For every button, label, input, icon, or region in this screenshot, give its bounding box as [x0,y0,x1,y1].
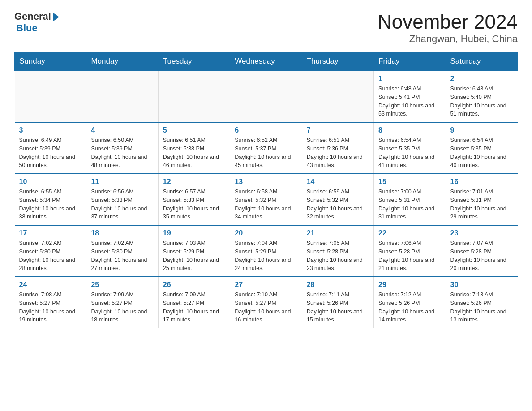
day-info: Sunrise: 6:54 AMSunset: 5:35 PMDaylight:… [450,136,513,170]
calendar-day-cell: 14Sunrise: 6:59 AMSunset: 5:32 PMDayligh… [302,174,373,225]
day-info: Sunrise: 6:48 AMSunset: 5:41 PMDaylight:… [378,85,441,118]
day-info: Sunrise: 6:53 AMSunset: 5:36 PMDaylight:… [307,136,369,170]
logo-blue-text: Blue [16,22,38,34]
calendar-week-row: 10Sunrise: 6:55 AMSunset: 5:34 PMDayligh… [15,174,518,225]
calendar-day-cell: 25Sunrise: 7:09 AMSunset: 5:27 PMDayligh… [86,277,158,328]
day-number: 22 [378,229,441,237]
title-block: November 2024 Zhangwan, Hubei, China [378,11,518,45]
calendar-day-cell: 30Sunrise: 7:13 AMSunset: 5:26 PMDayligh… [446,277,517,328]
calendar-day-cell: 29Sunrise: 7:12 AMSunset: 5:26 PMDayligh… [374,277,446,328]
calendar-day-cell [86,71,158,122]
day-info: Sunrise: 6:51 AMSunset: 5:38 PMDaylight:… [163,136,225,170]
day-number: 8 [378,126,441,134]
day-info: Sunrise: 7:09 AMSunset: 5:27 PMDaylight:… [163,291,225,324]
calendar-day-cell [15,71,86,122]
day-info: Sunrise: 6:54 AMSunset: 5:35 PMDaylight:… [378,136,441,170]
calendar-day-cell [158,71,230,122]
day-number: 14 [307,178,369,186]
logo-arrow-icon [53,13,59,21]
calendar-day-cell: 1Sunrise: 6:48 AMSunset: 5:41 PMDaylight… [374,71,446,122]
day-number: 13 [235,178,297,186]
day-info: Sunrise: 7:09 AMSunset: 5:27 PMDaylight:… [91,291,153,324]
calendar-day-cell: 19Sunrise: 7:03 AMSunset: 5:29 PMDayligh… [158,225,230,277]
day-of-week-header: Monday [86,52,158,71]
day-info: Sunrise: 7:13 AMSunset: 5:26 PMDaylight:… [450,291,513,324]
day-of-week-header: Saturday [446,52,517,71]
day-info: Sunrise: 6:49 AMSunset: 5:39 PMDaylight:… [19,136,82,170]
day-info: Sunrise: 6:55 AMSunset: 5:34 PMDaylight:… [19,188,82,221]
calendar-day-cell: 28Sunrise: 7:11 AMSunset: 5:26 PMDayligh… [302,277,373,328]
calendar-day-cell [230,71,302,122]
calendar-day-cell: 2Sunrise: 6:48 AMSunset: 5:40 PMDaylight… [446,71,517,122]
calendar-day-cell: 10Sunrise: 6:55 AMSunset: 5:34 PMDayligh… [15,174,86,225]
calendar-day-cell: 13Sunrise: 6:58 AMSunset: 5:32 PMDayligh… [230,174,302,225]
day-number: 1 [378,75,441,83]
day-info: Sunrise: 6:57 AMSunset: 5:33 PMDaylight:… [163,188,225,221]
day-info: Sunrise: 7:08 AMSunset: 5:27 PMDaylight:… [19,291,82,324]
calendar-week-row: 24Sunrise: 7:08 AMSunset: 5:27 PMDayligh… [15,277,518,328]
calendar-week-row: 17Sunrise: 7:02 AMSunset: 5:30 PMDayligh… [15,225,518,277]
calendar-subtitle: Zhangwan, Hubei, China [378,33,518,45]
calendar-title: November 2024 [378,11,518,33]
day-of-week-header: Tuesday [158,52,230,71]
day-number: 19 [163,229,225,237]
day-info: Sunrise: 6:59 AMSunset: 5:32 PMDaylight:… [307,188,369,221]
day-info: Sunrise: 7:12 AMSunset: 5:26 PMDaylight:… [378,291,441,324]
calendar-day-cell: 23Sunrise: 7:07 AMSunset: 5:28 PMDayligh… [446,225,517,277]
day-number: 18 [91,229,153,237]
day-number: 4 [91,126,153,134]
calendar-day-cell: 12Sunrise: 6:57 AMSunset: 5:33 PMDayligh… [158,174,230,225]
day-info: Sunrise: 7:00 AMSunset: 5:31 PMDaylight:… [378,188,441,221]
day-number: 11 [91,178,153,186]
calendar-day-cell: 6Sunrise: 6:52 AMSunset: 5:37 PMDaylight… [230,122,302,174]
calendar-day-cell: 15Sunrise: 7:00 AMSunset: 5:31 PMDayligh… [374,174,446,225]
day-info: Sunrise: 7:05 AMSunset: 5:28 PMDaylight:… [307,239,369,273]
calendar-table: SundayMondayTuesdayWednesdayThursdayFrid… [14,52,518,328]
calendar-week-row: 3Sunrise: 6:49 AMSunset: 5:39 PMDaylight… [15,122,518,174]
calendar-day-cell: 9Sunrise: 6:54 AMSunset: 5:35 PMDaylight… [446,122,517,174]
day-number: 12 [163,178,225,186]
calendar-day-cell: 4Sunrise: 6:50 AMSunset: 5:39 PMDaylight… [86,122,158,174]
calendar-day-cell: 8Sunrise: 6:54 AMSunset: 5:35 PMDaylight… [374,122,446,174]
day-info: Sunrise: 6:48 AMSunset: 5:40 PMDaylight:… [450,85,513,118]
calendar-day-cell: 22Sunrise: 7:06 AMSunset: 5:28 PMDayligh… [374,225,446,277]
day-info: Sunrise: 7:06 AMSunset: 5:28 PMDaylight:… [378,239,441,273]
day-number: 20 [235,229,297,237]
day-number: 6 [235,126,297,134]
day-of-week-header: Friday [374,52,446,71]
day-number: 2 [450,75,513,83]
calendar-day-cell: 21Sunrise: 7:05 AMSunset: 5:28 PMDayligh… [302,225,373,277]
day-info: Sunrise: 7:07 AMSunset: 5:28 PMDaylight:… [450,239,513,273]
calendar-day-cell: 7Sunrise: 6:53 AMSunset: 5:36 PMDaylight… [302,122,373,174]
day-number: 25 [91,281,153,289]
day-info: Sunrise: 6:56 AMSunset: 5:33 PMDaylight:… [91,188,153,221]
calendar-day-cell: 5Sunrise: 6:51 AMSunset: 5:38 PMDaylight… [158,122,230,174]
calendar-week-row: 1Sunrise: 6:48 AMSunset: 5:41 PMDaylight… [15,71,518,122]
day-info: Sunrise: 7:01 AMSunset: 5:31 PMDaylight:… [450,188,513,221]
page-header: General Blue November 2024 Zhangwan, Hub… [14,11,518,45]
calendar-day-cell: 3Sunrise: 6:49 AMSunset: 5:39 PMDaylight… [15,122,86,174]
day-number: 28 [307,281,369,289]
day-number: 17 [19,229,82,237]
day-info: Sunrise: 7:02 AMSunset: 5:30 PMDaylight:… [91,239,153,273]
calendar-day-cell: 18Sunrise: 7:02 AMSunset: 5:30 PMDayligh… [86,225,158,277]
calendar-day-cell: 27Sunrise: 7:10 AMSunset: 5:27 PMDayligh… [230,277,302,328]
calendar-day-cell: 26Sunrise: 7:09 AMSunset: 5:27 PMDayligh… [158,277,230,328]
day-info: Sunrise: 7:04 AMSunset: 5:29 PMDaylight:… [235,239,297,273]
calendar-header-row: SundayMondayTuesdayWednesdayThursdayFrid… [15,52,518,71]
day-number: 15 [378,178,441,186]
day-of-week-header: Sunday [15,52,86,71]
day-number: 27 [235,281,297,289]
day-number: 9 [450,126,513,134]
day-number: 10 [19,178,82,186]
day-number: 16 [450,178,513,186]
day-info: Sunrise: 7:03 AMSunset: 5:29 PMDaylight:… [163,239,225,273]
calendar-day-cell: 16Sunrise: 7:01 AMSunset: 5:31 PMDayligh… [446,174,517,225]
calendar-day-cell [302,71,373,122]
day-info: Sunrise: 7:11 AMSunset: 5:26 PMDaylight:… [307,291,369,324]
calendar-day-cell: 11Sunrise: 6:56 AMSunset: 5:33 PMDayligh… [86,174,158,225]
day-info: Sunrise: 6:58 AMSunset: 5:32 PMDaylight:… [235,188,297,221]
logo: General Blue [14,11,59,34]
day-number: 30 [450,281,513,289]
day-number: 26 [163,281,225,289]
